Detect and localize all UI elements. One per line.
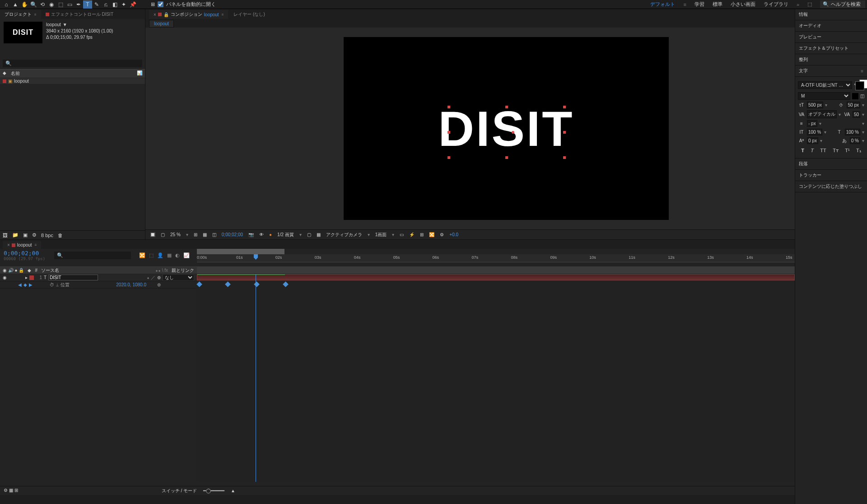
layer-color[interactable] bbox=[29, 275, 34, 280]
font-size-value[interactable]: 500 px bbox=[807, 102, 823, 108]
workspace-learn[interactable]: 学習 bbox=[695, 1, 704, 8]
channel-icon[interactable]: ● bbox=[269, 232, 272, 237]
col-flowchart-icon[interactable]: 📊 bbox=[137, 70, 142, 77]
property-row[interactable]: ◀ ◆ ▶ ⏱ ⟂ 位置 2020.0, 1080.0 ⊚ bbox=[0, 281, 197, 289]
tab-effect-controls[interactable]: エフェクトコントロール DISIT bbox=[41, 10, 118, 19]
pen-tool-icon[interactable]: ✒ bbox=[74, 0, 83, 9]
selection-handle[interactable] bbox=[447, 131, 450, 134]
auto-open-checkbox[interactable] bbox=[158, 1, 163, 7]
timeline-tab[interactable]: ×loopout≡ bbox=[3, 241, 41, 249]
zoom-in-icon[interactable]: ▲ bbox=[231, 488, 235, 493]
show-snapshot-icon[interactable]: 👁 bbox=[259, 232, 264, 237]
alpha-icon[interactable]: ▢ bbox=[161, 232, 165, 237]
settings-icon[interactable]: ⚙ bbox=[32, 232, 37, 238]
subscript-button[interactable]: T₁ bbox=[856, 148, 861, 154]
toggle-modes-icon[interactable]: ▦ bbox=[9, 488, 13, 493]
canvas[interactable]: DISIT bbox=[344, 37, 669, 220]
transparency-icon[interactable]: ▦ bbox=[317, 232, 321, 237]
resolution-value[interactable]: 1/2 画質 bbox=[277, 232, 294, 238]
trash-icon[interactable]: 🗑 bbox=[58, 233, 63, 238]
rect-tool-icon[interactable]: ▭ bbox=[65, 0, 74, 9]
selection-handle[interactable] bbox=[563, 131, 566, 134]
panel-character[interactable]: 文字≡ bbox=[795, 65, 867, 77]
tab-menu-icon[interactable]: ≡ bbox=[35, 243, 37, 247]
keyframe[interactable] bbox=[254, 281, 260, 287]
brush-tool-icon[interactable]: ✎ bbox=[92, 0, 101, 9]
panel-preview[interactable]: プレビュー bbox=[795, 32, 867, 43]
bpc-label[interactable]: 8 bpc bbox=[41, 233, 53, 238]
roto-tool-icon[interactable]: ✦ bbox=[119, 0, 128, 9]
camera-tool-icon[interactable]: ⬚ bbox=[56, 0, 65, 9]
stroke-value[interactable]: - px bbox=[807, 120, 817, 127]
lock-icon[interactable]: 🔒 bbox=[163, 12, 169, 17]
reset-exposure-icon[interactable]: ⚙ bbox=[440, 232, 444, 237]
pixel-aspect-icon[interactable]: ▭ bbox=[400, 232, 404, 237]
col-label-icon[interactable]: ◆ bbox=[28, 268, 31, 273]
font-family-select[interactable]: A-OTF UD新ゴNT … bbox=[798, 81, 852, 89]
swap-colors-icon[interactable] bbox=[852, 93, 858, 99]
guides-icon[interactable]: ▦ bbox=[203, 232, 207, 237]
allcaps-button[interactable]: TT bbox=[820, 148, 826, 154]
orbit-tool-icon[interactable]: ⟲ bbox=[38, 0, 47, 9]
time-ruler-area[interactable]: 0:00s01s02s03s04s05s06s07s08s09s10s11s12… bbox=[197, 249, 795, 266]
keyframe[interactable] bbox=[225, 281, 231, 287]
parent-pickwhip-icon[interactable]: ⊚ bbox=[157, 275, 161, 280]
viewer[interactable]: DISIT bbox=[145, 28, 867, 229]
text-layer[interactable]: DISIT bbox=[438, 100, 574, 157]
panel-paragraph[interactable]: 段落 bbox=[795, 159, 867, 170]
italic-button[interactable]: T bbox=[811, 148, 814, 154]
selection-tool-icon[interactable]: ▲ bbox=[11, 0, 20, 9]
layer-row[interactable]: ◉ ▸ 1 T ⬥ ／ ⊚ なし bbox=[0, 274, 197, 281]
snap-icon[interactable]: ⊞ bbox=[151, 1, 155, 7]
project-search[interactable]: 🔍 bbox=[3, 60, 142, 67]
grid-icon[interactable]: ⊞ bbox=[194, 232, 197, 237]
layer-switches[interactable]: ⬥ ／ bbox=[147, 275, 155, 281]
keyframe-toggle[interactable]: ◆ bbox=[23, 282, 27, 287]
panel-info[interactable]: 情報 bbox=[795, 9, 867, 20]
col-tag-icon[interactable]: ◆ bbox=[3, 70, 6, 77]
leading-value[interactable]: 50 px bbox=[847, 102, 860, 108]
flowchart-breadcrumb[interactable]: loopout bbox=[149, 20, 174, 28]
toggle-in-out-icon[interactable]: ⊞ bbox=[14, 488, 18, 493]
folder-icon[interactable]: 📁 bbox=[12, 232, 19, 238]
selection-handle[interactable] bbox=[447, 106, 450, 108]
view-layout[interactable]: 1画面 bbox=[375, 232, 387, 238]
mask-icon[interactable]: ◫ bbox=[212, 232, 216, 237]
zoom-value[interactable]: 25 % bbox=[170, 232, 181, 237]
zoom-out-icon[interactable]: ━◯━━━━━ bbox=[203, 488, 224, 493]
panel-effects[interactable]: エフェクト＆プリセット bbox=[795, 43, 867, 54]
current-time[interactable]: 0;00;02;00 bbox=[222, 232, 243, 237]
selection-handle[interactable] bbox=[505, 156, 508, 159]
font-weight-select[interactable]: M bbox=[798, 92, 850, 100]
type-tool-icon[interactable]: T bbox=[83, 0, 92, 9]
keyframe-nav-prev[interactable]: ◀ bbox=[18, 282, 22, 287]
col-source[interactable]: ソース名 bbox=[41, 267, 59, 274]
camera-value[interactable]: アクティブカメラ bbox=[326, 232, 362, 238]
workspace-default[interactable]: デフォルト bbox=[650, 1, 675, 8]
frame-blend-icon[interactable]: ▦ bbox=[167, 252, 172, 258]
property-graph-icon[interactable]: ⟂ bbox=[56, 282, 59, 287]
baseline-value[interactable]: 0 px bbox=[807, 137, 818, 144]
motion-blur-icon[interactable]: ◐ bbox=[175, 252, 180, 258]
timecode[interactable]: 0;00;02;00 bbox=[4, 250, 45, 257]
comp-thumbnail[interactable]: DISIT bbox=[4, 22, 42, 43]
toggle-switches-icon[interactable]: ⚙ bbox=[4, 488, 8, 493]
tab-layer[interactable]: レイヤー (なし) bbox=[229, 10, 269, 19]
workspace-menu-icon[interactable]: ≡ bbox=[683, 2, 686, 7]
selection-handle[interactable] bbox=[447, 156, 450, 159]
project-item[interactable]: ▣ loopout bbox=[0, 78, 145, 84]
smallcaps-button[interactable]: Tᴛ bbox=[833, 148, 839, 154]
fast-preview-icon[interactable]: ⚡ bbox=[409, 232, 415, 237]
help-search[interactable]: 🔍 ヘルプを検索 bbox=[820, 0, 865, 8]
bold-button[interactable]: T bbox=[801, 148, 804, 154]
stopwatch-icon[interactable]: ⏱ bbox=[50, 282, 54, 287]
tab-composition[interactable]: × 🔒 コンポジション loopout ≡ bbox=[149, 10, 228, 19]
workspace-standard[interactable]: 標準 bbox=[713, 1, 722, 8]
roi-icon[interactable]: ▢ bbox=[307, 232, 311, 237]
sync-icon[interactable]: ⬚ bbox=[807, 1, 812, 7]
project-list[interactable]: ▣ loopout bbox=[0, 78, 145, 230]
col-switches[interactable]: ⬥⬥ \ fx bbox=[155, 268, 168, 273]
hand-tool-icon[interactable]: ✋ bbox=[20, 0, 29, 9]
col-av-icon[interactable]: ◉ 🔊 ● 🔒 bbox=[3, 268, 24, 273]
new-comp-icon[interactable]: ▣ bbox=[23, 232, 28, 238]
